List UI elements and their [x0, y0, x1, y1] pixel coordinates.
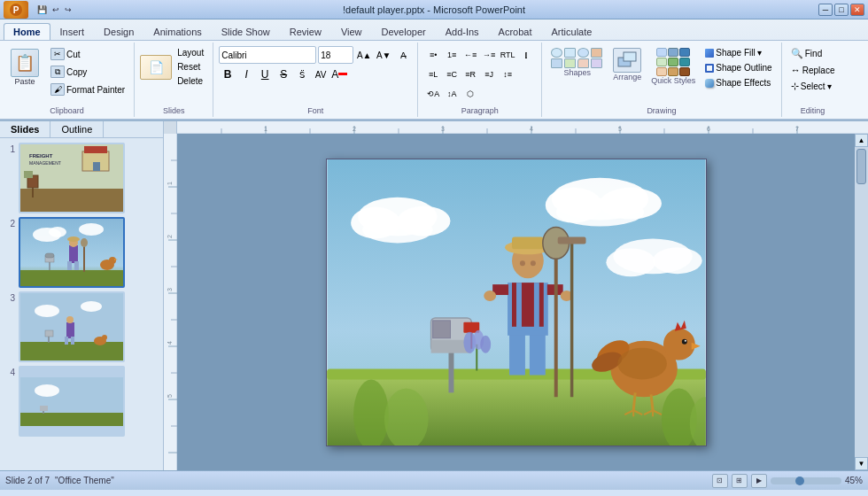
svg-point-29 — [81, 238, 88, 247]
rtl-btn[interactable]: RTL — [499, 46, 516, 64]
normal-view-btn[interactable]: ⊡ — [712, 474, 728, 488]
tab-animations[interactable]: Animations — [143, 23, 211, 40]
reset-button[interactable]: Reset — [174, 60, 207, 74]
quick-access-toolbar: 💾 ↩ ↪ — [35, 4, 74, 15]
qs-cell-3 — [679, 48, 690, 57]
shadow-button[interactable]: S̈ — [293, 66, 311, 83]
replace-button[interactable]: ↔ Replace — [787, 63, 839, 77]
shape-outline-button[interactable]: Shape Outline — [701, 61, 775, 74]
char-spacing-btn[interactable]: AV — [312, 66, 329, 83]
ruler-row: 1 2 3 4 5 6 7 — [164, 121, 868, 134]
find-button[interactable]: 🔍 Find — [787, 46, 839, 61]
arrange-button[interactable]: Arrange — [609, 46, 645, 83]
convert-to-smartart-btn[interactable]: ⬡ — [461, 85, 479, 103]
clipboard-content: 📋 Paste ✂ Cut ⧉ Copy 🖌 — [5, 44, 128, 105]
zoom-slider[interactable] — [771, 477, 841, 484]
qs-cell-2 — [668, 48, 678, 57]
slide-canvas[interactable] — [326, 159, 707, 446]
numbering-btn[interactable]: 1≡ — [443, 46, 461, 64]
slideshow-btn[interactable]: ▶ — [751, 474, 767, 488]
format-painter-button[interactable]: 🖌 Format Painter — [47, 81, 128, 97]
font-color-btn[interactable]: A — [330, 66, 348, 83]
tab-review[interactable]: Review — [280, 23, 331, 40]
decrease-indent-btn[interactable]: ←≡ — [461, 46, 479, 64]
redo-qa-btn[interactable]: ↪ — [63, 4, 74, 15]
cut-button[interactable]: ✂ Cut — [47, 46, 128, 62]
font-size-input[interactable] — [318, 46, 353, 64]
slides-tab-slides[interactable]: Slides — [0, 121, 50, 137]
line-spacing-btn[interactable]: ↕≡ — [499, 66, 516, 83]
copy-icon: ⧉ — [50, 66, 65, 78]
text-dir-btn[interactable]: ⟲A — [424, 85, 442, 103]
shape-fill-icon — [705, 49, 714, 58]
italic-button[interactable]: I — [237, 66, 255, 83]
shape-fill-button[interactable]: Shape Fill ▾ — [701, 46, 775, 59]
shape-cell-4 — [591, 48, 602, 58]
new-slide-button[interactable]: 📄 Layout Reset Delete — [140, 46, 207, 88]
quick-styles-label: Quick Styles — [651, 76, 695, 85]
vertical-scrollbar: ▲ ▼ — [855, 134, 868, 470]
increase-indent-btn[interactable]: →≡ — [480, 46, 498, 64]
replace-icon: ↔ — [791, 65, 801, 75]
slide-sorter-btn[interactable]: ⊞ — [732, 474, 748, 488]
copy-button[interactable]: ⧉ Copy — [47, 64, 128, 80]
bold-button[interactable]: B — [219, 66, 236, 83]
maximize-button[interactable]: □ — [834, 4, 849, 16]
align-justify-btn[interactable]: ≡J — [480, 66, 498, 83]
scroll-thumb[interactable] — [856, 149, 866, 184]
bullets-btn[interactable]: ≡• — [424, 46, 442, 64]
tab-addins[interactable]: Add-Ins — [436, 23, 489, 40]
shapes-button[interactable]: Shapes — [547, 46, 607, 79]
slide-thumb-2[interactable]: 2 — [4, 217, 159, 288]
select-button[interactable]: ⊹ Select ▾ — [787, 79, 839, 94]
svg-rect-6 — [20, 189, 123, 212]
save-qa-btn[interactable]: 💾 — [35, 4, 49, 15]
tab-insert[interactable]: Insert — [50, 23, 95, 40]
svg-rect-8 — [93, 162, 100, 171]
clear-format-btn[interactable]: A̶ — [394, 46, 412, 64]
slides-group: 📄 Layout Reset Delete Slides — [135, 43, 213, 117]
strikethrough-button[interactable]: S — [275, 66, 292, 83]
decrease-font-btn[interactable]: A▼ — [375, 46, 392, 64]
font-name-input[interactable] — [219, 46, 316, 64]
scroll-down-button[interactable]: ▼ — [855, 457, 868, 470]
tab-view[interactable]: View — [331, 23, 372, 40]
delete-button[interactable]: Delete — [174, 74, 207, 88]
shape-effects-button[interactable]: Shape Effects — [701, 76, 775, 89]
underline-button[interactable]: U — [256, 66, 274, 83]
svg-rect-24 — [67, 261, 72, 270]
undo-qa-btn[interactable]: ↩ — [50, 4, 61, 15]
statusbar: Slide 2 of 7 "Office Theme" ⊡ ⊞ ▶ 45% — [0, 470, 868, 490]
increase-font-btn[interactable]: A▲ — [355, 46, 373, 64]
select-icon: ⊹ — [791, 81, 799, 92]
svg-rect-117 — [529, 330, 545, 375]
minimize-button[interactable]: ─ — [818, 4, 833, 16]
tab-home[interactable]: Home — [4, 23, 50, 40]
slides-tab-outline[interactable]: Outline — [50, 121, 104, 137]
align-right-btn[interactable]: ≡R — [461, 66, 479, 83]
tab-articulate[interactable]: Articulate — [542, 23, 602, 40]
cols-btn[interactable]: ⫿ — [517, 46, 535, 64]
tab-design[interactable]: Design — [94, 23, 143, 40]
align-center-btn[interactable]: ≡C — [443, 66, 461, 83]
slide-thumb-3[interactable]: 3 — [4, 291, 159, 362]
layout-button[interactable]: Layout — [174, 46, 207, 59]
tab-slideshow[interactable]: Slide Show — [212, 23, 280, 40]
office-button[interactable]: P — [4, 1, 28, 19]
svg-point-129 — [519, 260, 524, 266]
quick-styles-button[interactable]: Quick Styles — [647, 46, 699, 87]
tab-developer[interactable]: Developer — [372, 23, 436, 40]
svg-text:7: 7 — [795, 126, 799, 132]
text-align-btn[interactable]: ↕A — [443, 85, 461, 103]
zoom-thumb[interactable] — [795, 477, 804, 485]
scroll-up-button[interactable]: ▲ — [855, 134, 868, 147]
slide-thumb-1[interactable]: 1 FREIGHT MANAGEMENT — [4, 143, 159, 213]
svg-rect-39 — [66, 322, 74, 338]
shape-cell-6 — [564, 58, 576, 68]
paste-button[interactable]: 📋 Paste — [5, 46, 44, 89]
close-button[interactable]: ✕ — [850, 4, 864, 16]
slide-thumb-4[interactable]: 4 — [4, 366, 159, 437]
svg-rect-37 — [45, 330, 53, 337]
tab-acrobat[interactable]: Acrobat — [489, 23, 542, 40]
align-left-btn[interactable]: ≡L — [424, 66, 442, 83]
